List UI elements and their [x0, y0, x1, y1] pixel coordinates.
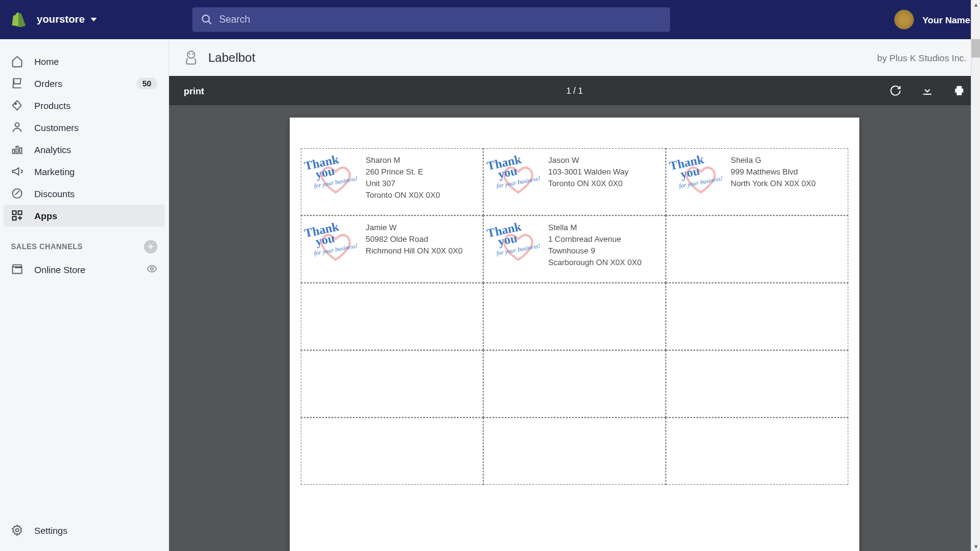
- label-cell: [483, 418, 666, 485]
- label-cell: Thank you for your business! Jason W 103…: [483, 148, 666, 216]
- topbar: yourstore Your Name: [0, 0, 980, 39]
- pdf-document-title: print: [184, 86, 204, 96]
- view-store-icon[interactable]: [146, 263, 157, 276]
- scroll-down-icon[interactable]: ▼: [971, 542, 980, 551]
- sales-channels-label: SALES CHANNELS: [11, 242, 83, 251]
- app-title: Labelbot: [208, 51, 255, 65]
- sidebar-item-label: Orders: [34, 78, 62, 89]
- thankyou-graphic: Thank you for your business!: [305, 222, 363, 271]
- address-block: Jason W 103-3001 Walden Way Toronto ON X…: [548, 155, 628, 190]
- shopify-logo-icon: [10, 11, 27, 28]
- address-line: 103-3001 Walden Way: [548, 167, 628, 178]
- analytics-icon: [11, 143, 23, 156]
- svg-point-3: [15, 123, 20, 127]
- label-cell: Thank you for your business! Sharon M 26…: [301, 148, 483, 216]
- products-icon: [11, 99, 23, 111]
- svg-point-12: [16, 529, 19, 532]
- sidebar-item-online-store[interactable]: Online Store: [0, 258, 168, 280]
- address-line: Toronto ON X0X 0X0: [548, 178, 628, 190]
- store-name-label: yourstore: [37, 13, 85, 26]
- search-icon: [201, 13, 213, 26]
- svg-point-11: [151, 267, 154, 270]
- address-line: 1 Cornbread Avenue: [548, 234, 641, 246]
- avatar: [894, 10, 914, 29]
- address-line: 260 Prince St. E: [366, 167, 440, 178]
- store-switcher[interactable]: yourstore: [37, 13, 97, 26]
- sidebar-item-orders[interactable]: Orders 50: [0, 72, 168, 94]
- address-line: 999 Matthews Blvd: [731, 167, 816, 178]
- svg-rect-6: [20, 148, 21, 154]
- sidebar-item-products[interactable]: Products: [0, 94, 168, 116]
- labels-grid: Thank you for your business! Sharon M 26…: [301, 148, 848, 485]
- address-line: North York ON X0X 0X0: [731, 178, 816, 190]
- svg-rect-5: [16, 146, 18, 154]
- pdf-download-button[interactable]: [921, 84, 933, 97]
- apps-icon: [11, 209, 23, 222]
- add-channel-button[interactable]: [144, 240, 157, 253]
- svg-rect-4: [13, 149, 15, 154]
- settings-icon: [11, 524, 23, 536]
- label-cell: [301, 350, 483, 418]
- svg-rect-10: [13, 217, 17, 220]
- sidebar-item-discounts[interactable]: Discounts: [0, 182, 168, 204]
- address-name: Sharon M: [366, 155, 440, 167]
- pdf-rotate-button[interactable]: [889, 84, 902, 97]
- label-cell: [301, 283, 483, 350]
- label-cell: Thank you for your business! Sheila G 99…: [666, 148, 848, 216]
- address-block: Sheila G 999 Matthews Blvd North York ON…: [731, 155, 816, 190]
- sidebar-item-marketing[interactable]: Marketing: [0, 160, 168, 182]
- label-cell: [666, 216, 848, 283]
- customers-icon: [11, 121, 23, 133]
- address-name: Jamie W: [366, 222, 462, 234]
- address-line: 50982 Olde Road: [366, 234, 462, 246]
- sidebar-item-label: Home: [34, 56, 59, 67]
- search-input[interactable]: [219, 14, 662, 25]
- address-name: Sheila G: [731, 155, 816, 167]
- user-menu[interactable]: Your Name: [894, 10, 970, 29]
- pdf-page: Thank you for your business! Sharon M 26…: [290, 118, 859, 551]
- svg-rect-9: [18, 211, 22, 215]
- labelbot-icon: [183, 49, 200, 66]
- pdf-page-indicator: 1 / 1: [566, 86, 582, 96]
- pdf-canvas[interactable]: Thank you for your business! Sharon M 26…: [169, 105, 980, 551]
- label-cell: [666, 283, 848, 350]
- svg-rect-8: [13, 211, 17, 215]
- label-cell: [666, 350, 848, 418]
- address-name: Jason W: [548, 155, 628, 167]
- sidebar-item-apps[interactable]: Apps: [4, 204, 165, 227]
- search-box[interactable]: [192, 7, 670, 32]
- marketing-icon: [11, 165, 23, 178]
- address-block: Jamie W 50982 Olde Road Richmond Hill ON…: [366, 222, 462, 257]
- address-line: Richmond Hill ON X0X 0X0: [366, 246, 462, 257]
- address-line: Unit 307: [366, 178, 440, 190]
- thankyou-graphic: Thank you for your business!: [670, 155, 728, 204]
- svg-line-1: [208, 21, 211, 24]
- label-cell: [301, 418, 483, 485]
- search-wrap: [192, 7, 670, 32]
- svg-point-15: [192, 53, 193, 54]
- user-name-label: Your Name: [922, 15, 970, 25]
- app-header: Labelbot by Plus K Studios Inc.: [169, 39, 980, 76]
- vertical-scrollbar[interactable]: ▲ ▼: [971, 0, 980, 551]
- sidebar-item-label: Apps: [34, 211, 58, 221]
- scroll-up-icon[interactable]: ▲: [971, 0, 980, 9]
- sidebar-item-analytics[interactable]: Analytics: [0, 138, 168, 160]
- svg-point-0: [203, 15, 209, 22]
- label-cell: Thank you for your business! Jamie W 509…: [301, 216, 483, 283]
- scrollbar-thumb[interactable]: [971, 39, 980, 58]
- pdf-toolbar: print 1 / 1: [169, 76, 980, 105]
- sidebar-item-home[interactable]: Home: [0, 50, 168, 72]
- label-cell: [483, 350, 666, 418]
- label-cell: [483, 283, 666, 350]
- pdf-print-button[interactable]: [953, 84, 965, 97]
- sidebar-item-customers[interactable]: Customers: [0, 116, 168, 138]
- app-by-text: by Plus K Studios Inc.: [877, 53, 967, 63]
- address-line: Toronto ON X0X 0X0: [366, 190, 440, 201]
- sidebar-item-settings[interactable]: Settings: [0, 519, 168, 541]
- address-line: Townhouse 9: [548, 246, 641, 257]
- sidebar-item-label: Analytics: [34, 144, 71, 155]
- address-block: Sharon M 260 Prince St. E Unit 307 Toron…: [366, 155, 440, 201]
- sidebar-item-label: Customers: [34, 122, 79, 133]
- sidebar-item-label: Online Store: [34, 264, 85, 275]
- svg-point-14: [189, 53, 190, 54]
